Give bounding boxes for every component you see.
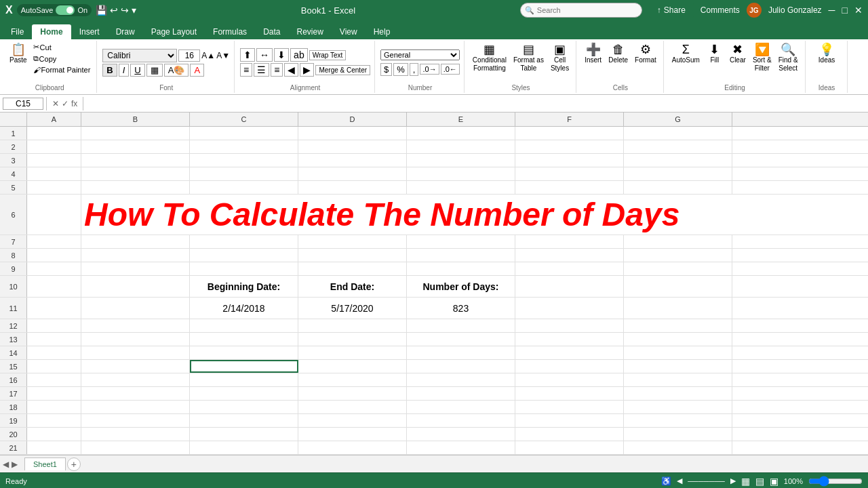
cell-a9[interactable] — [27, 262, 81, 275]
maximize-button[interactable]: □ — [842, 5, 848, 16]
cell-e16[interactable] — [407, 373, 515, 386]
row-header-8[interactable]: 8 — [0, 249, 27, 262]
cell-f1[interactable] — [515, 127, 624, 140]
page-break-view-icon[interactable]: ▣ — [770, 476, 778, 487]
cell-f20[interactable] — [515, 428, 624, 441]
cell-a4[interactable] — [27, 167, 81, 180]
cell-c19[interactable] — [190, 414, 298, 427]
paste-button[interactable]: 📋 Paste — [7, 42, 30, 65]
insert-function-icon[interactable]: fx — [71, 99, 77, 108]
cell-f12[interactable] — [515, 319, 624, 332]
conditional-formatting-button[interactable]: ▦ Conditional Formatting — [470, 42, 509, 73]
cell-e5[interactable] — [407, 181, 515, 194]
row-header-19[interactable]: 19 — [0, 414, 27, 427]
cell-g1[interactable] — [624, 127, 732, 140]
cell-d12[interactable] — [298, 319, 407, 332]
cell-c14[interactable] — [190, 346, 298, 359]
cell-d20[interactable] — [298, 428, 407, 441]
cell-a11[interactable] — [27, 298, 81, 319]
cell-a3[interactable] — [27, 154, 81, 167]
add-sheet-button[interactable]: + — [67, 458, 81, 471]
format-as-table-button[interactable]: ▤ Format as Table — [511, 42, 547, 73]
sheet-tab-sheet1[interactable]: Sheet1 — [24, 458, 66, 470]
row-header-12[interactable]: 12 — [0, 319, 27, 332]
cell-c21[interactable] — [190, 441, 298, 454]
cell-f3[interactable] — [515, 154, 624, 167]
search-input[interactable] — [520, 3, 642, 18]
italic-button[interactable]: I — [119, 64, 130, 77]
minimize-button[interactable]: ─ — [829, 5, 835, 16]
cell-c1[interactable] — [190, 127, 298, 140]
cell-f5[interactable] — [515, 181, 624, 194]
decrease-decimal-button[interactable]: .0← — [441, 64, 460, 75]
align-center-icon[interactable]: ☰ — [254, 63, 269, 77]
cell-beginning-date-value[interactable]: 2/14/2018 — [190, 298, 298, 319]
row-header-15[interactable]: 15 — [0, 360, 27, 373]
tab-page-layout[interactable]: Page Layout — [143, 24, 205, 39]
currency-button[interactable]: $ — [380, 63, 392, 76]
save-icon[interactable]: 💾 — [96, 5, 107, 16]
cell-b2[interactable] — [81, 140, 190, 153]
col-header-c[interactable]: C — [190, 113, 298, 126]
row-header-6[interactable]: 6 — [0, 195, 27, 235]
row-header-9[interactable]: 9 — [0, 262, 27, 275]
cell-b21[interactable] — [81, 441, 190, 454]
scroll-sheet-right[interactable]: ▶ — [12, 460, 18, 469]
cell-a1[interactable] — [27, 127, 81, 140]
cell-b4[interactable] — [81, 167, 190, 180]
row-header-18[interactable]: 18 — [0, 401, 27, 413]
cell-g13[interactable] — [624, 333, 732, 346]
row-header-1[interactable]: 1 — [0, 127, 27, 140]
font-color-button[interactable]: A — [190, 64, 204, 77]
cell-d3[interactable] — [298, 154, 407, 167]
cell-e1[interactable] — [407, 127, 515, 140]
sort-filter-button[interactable]: 🔽 Sort & Filter — [750, 42, 774, 73]
indent-inc-icon[interactable]: ▶ — [300, 63, 314, 77]
cell-f8[interactable] — [515, 249, 624, 262]
autosum-button[interactable]: Σ AutoSum — [669, 42, 703, 65]
row-header-13[interactable]: 13 — [0, 333, 27, 346]
cell-a7[interactable] — [27, 235, 81, 248]
cell-d19[interactable] — [298, 414, 407, 427]
percent-button[interactable]: % — [393, 63, 408, 76]
col-header-d[interactable]: D — [298, 113, 407, 126]
cell-f7[interactable] — [515, 235, 624, 248]
cell-c2[interactable] — [190, 140, 298, 153]
cell-e4[interactable] — [407, 167, 515, 180]
tab-home[interactable]: Home — [32, 24, 71, 39]
formula-input[interactable] — [86, 99, 865, 108]
clear-button[interactable]: ✖ Clear — [727, 42, 749, 65]
cell-d5[interactable] — [298, 181, 407, 194]
row-header-2[interactable]: 2 — [0, 140, 27, 153]
cell-g15[interactable] — [624, 360, 732, 373]
cell-b19[interactable] — [81, 414, 190, 427]
cell-d1[interactable] — [298, 127, 407, 140]
undo-icon[interactable]: ↩ — [110, 5, 118, 16]
cell-b8[interactable] — [81, 249, 190, 262]
cell-a14[interactable] — [27, 346, 81, 359]
normal-view-icon[interactable]: ▦ — [741, 476, 750, 487]
autosave-toggle-switch[interactable] — [56, 5, 75, 15]
font-name-select[interactable]: Calibri — [102, 49, 177, 62]
autosave-toggle[interactable]: AutoSave On — [17, 4, 92, 16]
tab-insert[interactable]: Insert — [71, 24, 108, 39]
copy-button[interactable]: ⧉ Copy — [31, 54, 93, 64]
redo-icon[interactable]: ↪ — [121, 5, 129, 16]
row-header-4[interactable]: 4 — [0, 167, 27, 180]
cell-f4[interactable] — [515, 167, 624, 180]
cell-e15[interactable] — [407, 360, 515, 373]
cell-c9[interactable] — [190, 262, 298, 275]
cell-c7[interactable] — [190, 235, 298, 248]
cell-a19[interactable] — [27, 414, 81, 427]
cell-f18[interactable] — [515, 401, 624, 413]
cell-c12[interactable] — [190, 319, 298, 332]
align-right-icon[interactable]: ≡ — [271, 63, 283, 77]
cell-e14[interactable] — [407, 346, 515, 359]
cell-a6[interactable] — [27, 195, 81, 235]
cell-b3[interactable] — [81, 154, 190, 167]
cell-a20[interactable] — [27, 428, 81, 441]
cell-e19[interactable] — [407, 414, 515, 427]
cell-g9[interactable] — [624, 262, 732, 275]
ideas-button[interactable]: 💡 Ideas — [816, 42, 837, 65]
format-painter-button[interactable]: 🖌 Format Painter — [31, 65, 93, 75]
